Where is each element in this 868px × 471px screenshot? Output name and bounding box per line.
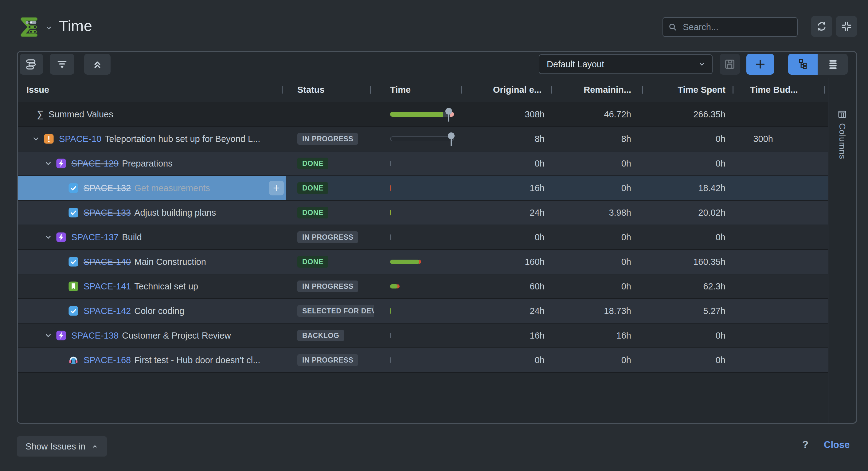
status-badge[interactable]: DONE: [297, 182, 328, 194]
time-spent-cell[interactable]: 62.3h: [646, 274, 737, 298]
original-estimate-cell[interactable]: 16h: [465, 176, 555, 200]
column-resize-handle[interactable]: [642, 86, 643, 94]
time-spent-cell[interactable]: 5.27h: [646, 299, 737, 323]
issue-row[interactable]: SPACE-141Technical set upIN PROGRESS60h0…: [18, 274, 828, 299]
column-resize-handle[interactable]: [370, 86, 371, 94]
remaining-estimate-cell[interactable]: 18.73h: [555, 299, 646, 323]
time-budget-cell[interactable]: [737, 201, 828, 225]
issue-key-link[interactable]: SPACE-168: [84, 355, 131, 365]
col-header-status[interactable]: Status: [286, 78, 374, 102]
structure-logo-button[interactable]: [17, 16, 40, 39]
time-spent-cell[interactable]: 0h: [646, 151, 737, 175]
add-button[interactable]: [746, 54, 774, 75]
status-badge[interactable]: BACKLOG: [297, 330, 344, 341]
original-estimate-cell[interactable]: 160h: [465, 250, 555, 274]
original-estimate-cell[interactable]: 24h: [465, 201, 555, 225]
search-input[interactable]: [682, 22, 799, 33]
column-resize-handle[interactable]: [461, 86, 462, 94]
help-button[interactable]: ?: [799, 439, 812, 450]
status-badge[interactable]: IN PROGRESS: [297, 354, 358, 366]
issue-key-link[interactable]: SPACE-133: [84, 208, 131, 218]
original-estimate-cell[interactable]: 24h: [465, 299, 555, 323]
time-spent-cell[interactable]: 0h: [646, 348, 737, 372]
issue-key-link[interactable]: SPACE-142: [84, 306, 131, 316]
time-spent-cell[interactable]: 0h: [646, 127, 737, 151]
filter-button[interactable]: [50, 54, 74, 75]
status-badge[interactable]: DONE: [297, 157, 328, 169]
issue-row[interactable]: SPACE-129PreparationsDONE0h0h0h: [18, 151, 828, 176]
status-badge[interactable]: IN PROGRESS: [297, 281, 358, 292]
remaining-estimate-cell[interactable]: 0h: [555, 151, 646, 175]
time-budget-cell[interactable]: [737, 250, 828, 274]
layout-selector[interactable]: Default Layout: [539, 54, 713, 74]
time-spent-cell[interactable]: 0h: [646, 225, 737, 249]
remaining-estimate-cell[interactable]: 0h: [555, 176, 646, 200]
collapse-window-button[interactable]: [836, 16, 857, 37]
time-spent-cell[interactable]: 0h: [646, 324, 737, 348]
column-resize-handle[interactable]: [733, 86, 734, 94]
show-issues-in-button[interactable]: Show Issues in: [17, 436, 107, 457]
issue-key-link[interactable]: SPACE-141: [84, 282, 131, 292]
time-spent-cell[interactable]: 160.35h: [646, 250, 737, 274]
collapse-all-button[interactable]: [84, 54, 111, 75]
status-badge[interactable]: IN PROGRESS: [297, 231, 358, 243]
time-budget-cell[interactable]: [737, 299, 828, 323]
column-resize-handle[interactable]: [551, 86, 552, 94]
remaining-estimate-cell[interactable]: 0h: [555, 348, 646, 372]
columns-panel-tab[interactable]: Columns: [837, 110, 847, 159]
col-header-issue[interactable]: Issue: [18, 78, 286, 102]
col-header-original-estimate[interactable]: Original e...: [465, 78, 555, 102]
remaining-estimate-cell[interactable]: 3.98h: [555, 201, 646, 225]
original-estimate-cell[interactable]: 0h: [465, 225, 555, 249]
time-budget-cell[interactable]: 300h: [737, 127, 828, 151]
remaining-estimate-cell[interactable]: 0h: [555, 250, 646, 274]
col-header-remaining-estimate[interactable]: Remainin...: [555, 78, 646, 102]
remaining-estimate-cell[interactable]: 0h: [555, 225, 646, 249]
issue-key-link[interactable]: SPACE-140: [84, 257, 131, 267]
expand-chevron-icon[interactable]: [44, 233, 56, 241]
gauge-pin[interactable]: [445, 108, 452, 122]
issue-key-link[interactable]: SPACE-10: [59, 134, 101, 144]
save-layout-button[interactable]: [720, 54, 740, 75]
issue-key-link[interactable]: SPACE-132: [84, 183, 131, 193]
list-view-toggle[interactable]: [818, 54, 848, 75]
column-resize-handle[interactable]: [282, 86, 283, 94]
column-resize-handle[interactable]: [824, 86, 825, 94]
logo-menu-chevron-icon[interactable]: [45, 24, 53, 32]
close-button[interactable]: Close: [824, 439, 849, 450]
remaining-estimate-cell[interactable]: 16h: [555, 324, 646, 348]
issue-row[interactable]: SPACE-140Main ConstructionDONE160h0h160.…: [18, 250, 828, 274]
issue-key-link[interactable]: SPACE-138: [71, 331, 119, 341]
time-budget-cell[interactable]: [737, 324, 828, 348]
time-slider-pin[interactable]: [448, 133, 455, 146]
issue-row[interactable]: SPACE-142Color codingSELECTED FOR DEV24h…: [18, 299, 828, 324]
col-header-time-spent[interactable]: Time Spent: [646, 78, 737, 102]
tree-view-toggle[interactable]: [788, 54, 818, 75]
time-budget-cell[interactable]: [737, 274, 828, 298]
issue-key-link[interactable]: SPACE-137: [71, 232, 119, 242]
issue-row[interactable]: SPACE-132Get measurementsDONE16h0h18.42h: [18, 176, 828, 201]
remaining-estimate-cell[interactable]: 0h: [555, 274, 646, 298]
remaining-estimate-cell[interactable]: 8h: [555, 127, 646, 151]
issue-row[interactable]: SPACE-10Teleportation hub set up for Bey…: [18, 127, 828, 151]
time-budget-cell[interactable]: [737, 348, 828, 372]
issue-row[interactable]: SPACE-137BuildIN PROGRESS0h0h0h: [18, 225, 828, 250]
original-estimate-cell[interactable]: 8h: [465, 127, 555, 151]
status-badge[interactable]: DONE: [297, 256, 328, 268]
time-budget-cell[interactable]: [737, 176, 828, 200]
original-estimate-cell[interactable]: 60h: [465, 274, 555, 298]
col-header-time-budget[interactable]: Time Bud...: [737, 78, 828, 102]
expand-chevron-icon[interactable]: [32, 135, 43, 143]
refresh-button[interactable]: [811, 16, 832, 37]
issue-row[interactable]: SPACE-133Adjust building plansDONE24h3.9…: [18, 201, 828, 225]
status-badge[interactable]: IN PROGRESS: [297, 133, 358, 145]
original-estimate-cell[interactable]: 0h: [465, 348, 555, 372]
status-badge[interactable]: SELECTED FOR DEV: [297, 305, 374, 317]
time-spent-cell[interactable]: 18.42h: [646, 176, 737, 200]
issue-key-link[interactable]: SPACE-129: [71, 158, 119, 169]
status-badge[interactable]: DONE: [297, 207, 328, 218]
original-estimate-cell[interactable]: 0h: [465, 151, 555, 175]
issue-row[interactable]: SPACE-138Customer & Project ReviewBACKLO…: [18, 324, 828, 348]
time-spent-cell[interactable]: 20.02h: [646, 201, 737, 225]
time-budget-cell[interactable]: [737, 151, 828, 175]
